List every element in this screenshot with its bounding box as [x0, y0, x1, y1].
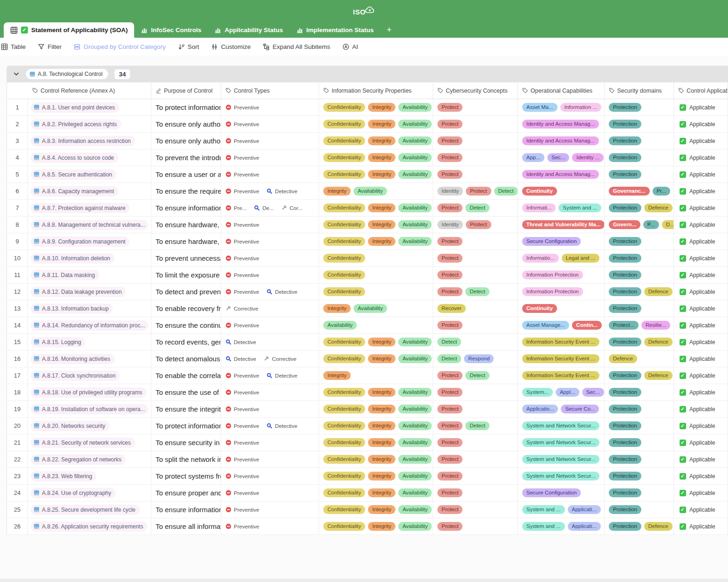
cell-purpose[interactable]: To protect information: [151, 99, 221, 116]
cell-control-reference[interactable]: A.8.3. Information access restriction: [28, 133, 151, 149]
cell-operational-capabilities[interactable]: Identity and Access Manag...: [518, 166, 605, 183]
cell-purpose[interactable]: To enable the correlat: [151, 367, 221, 384]
toolbar-filter[interactable]: Filter: [38, 43, 61, 50]
cell-purpose[interactable]: To ensure the integrity: [151, 401, 221, 418]
cell-cybersecurity-concepts[interactable]: Protect: [433, 451, 518, 468]
column-header-control-types[interactable]: Control Types: [221, 82, 319, 99]
cell-operational-capabilities[interactable]: Continuity: [518, 300, 605, 317]
cell-purpose[interactable]: To ensure the continu: [151, 317, 221, 334]
cell-control-applicability[interactable]: Applicable: [674, 250, 728, 267]
record-chip[interactable]: A.8.21. Security of network services: [31, 438, 135, 448]
cell-control-reference[interactable]: A.8.9. Configuration management: [28, 233, 151, 250]
cell-infosec-properties[interactable]: Integrity: [319, 367, 433, 384]
cell-purpose[interactable]: To detect anomalous: [151, 351, 221, 367]
cell-control-applicability[interactable]: Applicable: [674, 434, 728, 451]
cell-control-reference[interactable]: A.8.11. Data masking: [28, 267, 151, 284]
column-header-information-security-properties[interactable]: Information Security Properties: [319, 82, 433, 99]
cell-cybersecurity-concepts[interactable]: Protect: [433, 149, 518, 166]
record-chip[interactable]: A.8.6. Capacity management: [31, 186, 118, 196]
toolbar-expand-all-subitems[interactable]: Expand All Subitems: [263, 43, 330, 50]
cell-cybersecurity-concepts[interactable]: Protect: [433, 468, 518, 485]
cell-cybersecurity-concepts[interactable]: Protect: [433, 133, 518, 149]
record-chip[interactable]: A.8.15. Logging: [31, 337, 85, 347]
record-chip[interactable]: A.8.22. Segregation of networks: [31, 454, 126, 465]
cell-control-reference[interactable]: A.8.25. Secure development life cycle: [28, 501, 151, 518]
cell-security-domains[interactable]: Protection: [605, 401, 674, 418]
record-chip[interactable]: A.8.11. Data masking: [31, 270, 99, 280]
cell-control-applicability[interactable]: Applicable: [674, 418, 728, 434]
record-chip[interactable]: A.8.14. Redundancy of information proc..…: [31, 320, 148, 331]
record-chip[interactable]: A.8.1. User end point devices: [31, 102, 119, 113]
cell-control-types[interactable]: Preventive: [221, 217, 319, 233]
cell-control-reference[interactable]: A.8.15. Logging: [28, 334, 151, 351]
cell-control-applicability[interactable]: Applicable: [674, 468, 728, 485]
cell-operational-capabilities[interactable]: System and ...Applicati...: [518, 501, 605, 518]
record-chip[interactable]: A.8.16. Monitoring activities: [31, 354, 115, 364]
cell-purpose[interactable]: To enable recovery fro: [151, 300, 221, 317]
cell-control-applicability[interactable]: Applicable: [674, 284, 728, 300]
cell-operational-capabilities[interactable]: Informati...System and ...: [518, 200, 605, 217]
cell-cybersecurity-concepts[interactable]: ProtectDetect: [433, 367, 518, 384]
cell-control-reference[interactable]: A.8.22. Segregation of networks: [28, 451, 151, 468]
cell-cybersecurity-concepts[interactable]: Recover: [433, 300, 518, 317]
cell-purpose[interactable]: To record events, gen: [151, 334, 221, 351]
record-chip[interactable]: A.8.5. Secure authentication: [31, 169, 116, 180]
cell-control-applicability[interactable]: Applicable: [674, 334, 728, 351]
cell-control-applicability[interactable]: Applicable: [674, 166, 728, 183]
toolbar-ai[interactable]: AI: [342, 43, 358, 50]
cell-purpose[interactable]: To split the network ir: [151, 451, 221, 468]
cell-infosec-properties[interactable]: ConfidentialityIntegrityAvailability: [319, 149, 433, 166]
table-row[interactable]: 1A.8.1. User end point devicesTo protect…: [7, 99, 728, 116]
cell-purpose[interactable]: To detect and prevent: [151, 284, 221, 300]
cell-security-domains[interactable]: Protection: [605, 250, 674, 267]
cell-infosec-properties[interactable]: ConfidentialityIntegrityAvailability: [319, 334, 433, 351]
table-row[interactable]: 8A.8.8. Management of technical vulnera.…: [7, 217, 728, 233]
cell-purpose[interactable]: To prevent the introdu: [151, 149, 221, 166]
cell-control-types[interactable]: Preventive: [221, 99, 319, 116]
cell-security-domains[interactable]: Protection: [605, 434, 674, 451]
cell-infosec-properties[interactable]: ConfidentialityIntegrityAvailability: [319, 501, 433, 518]
cell-control-reference[interactable]: A.8.18. Use of privileged utility progra…: [28, 384, 151, 401]
cell-cybersecurity-concepts[interactable]: Protect: [433, 501, 518, 518]
cell-control-applicability[interactable]: Applicable: [674, 351, 728, 367]
cell-operational-capabilities[interactable]: Identity and Access Manag...: [518, 116, 605, 133]
cell-operational-capabilities[interactable]: Asset Ma...Information ...: [518, 99, 605, 116]
toolbar-sort[interactable]: Sort: [178, 43, 199, 50]
cell-security-domains[interactable]: Govern...P...D...: [605, 217, 674, 233]
toolbar-customize[interactable]: Customize: [211, 43, 251, 50]
cell-purpose[interactable]: To ensure hardware, s: [151, 217, 221, 233]
cell-control-applicability[interactable]: Applicable: [674, 367, 728, 384]
record-chip[interactable]: A.8.13. Information backup: [31, 304, 113, 314]
table-row[interactable]: 16A.8.16. Monitoring activitiesTo detect…: [7, 351, 728, 367]
table-row[interactable]: 11A.8.11. Data maskingTo limit the expos…: [7, 267, 728, 284]
table-row[interactable]: 3A.8.3. Information access restrictionTo…: [7, 133, 728, 149]
cell-operational-capabilities[interactable]: Applicatio...Secure Co...: [518, 401, 605, 418]
cell-operational-capabilities[interactable]: Secure Configuration: [518, 233, 605, 250]
cell-control-reference[interactable]: A.8.12. Data leakage prevention: [28, 284, 151, 300]
cell-infosec-properties[interactable]: ConfidentialityIntegrityAvailability: [319, 468, 433, 485]
toolbar-grouped-by-control-category[interactable]: Grouped by Control Category: [74, 43, 165, 50]
record-chip[interactable]: A.8.20. Networks security: [31, 421, 109, 431]
cell-operational-capabilities[interactable]: System and Network Secur...: [518, 418, 605, 434]
add-view-button[interactable]: +: [380, 25, 398, 38]
cell-control-reference[interactable]: A.8.5. Secure authentication: [28, 166, 151, 183]
table-row[interactable]: 22A.8.22. Segregation of networksTo spli…: [7, 451, 728, 468]
cell-control-reference[interactable]: A.8.8. Management of technical vulnera..…: [28, 217, 151, 233]
cell-security-domains[interactable]: Protection: [605, 485, 674, 501]
record-chip[interactable]: A.8.18. Use of privileged utility progra…: [31, 387, 146, 398]
cell-control-types[interactable]: Preventive: [221, 384, 319, 401]
cell-infosec-properties[interactable]: ConfidentialityIntegrityAvailability: [319, 518, 433, 535]
record-chip[interactable]: A.8.24. Use of cryptography: [31, 488, 116, 498]
cell-cybersecurity-concepts[interactable]: Protect: [433, 485, 518, 501]
cell-cybersecurity-concepts[interactable]: Protect: [433, 434, 518, 451]
cell-infosec-properties[interactable]: ConfidentialityIntegrityAvailability: [319, 166, 433, 183]
cell-control-applicability[interactable]: Applicable: [674, 518, 728, 535]
cell-security-domains[interactable]: Protection: [605, 233, 674, 250]
cell-control-reference[interactable]: A.8.17. Clock synchronisation: [28, 367, 151, 384]
cell-infosec-properties[interactable]: ConfidentialityIntegrityAvailability: [319, 116, 433, 133]
cell-control-reference[interactable]: A.8.14. Redundancy of information proc..…: [28, 317, 151, 334]
cell-control-types[interactable]: Preventive: [221, 233, 319, 250]
group-header[interactable]: A.8. Technological Control 34: [7, 66, 728, 82]
cell-cybersecurity-concepts[interactable]: IdentityProtectDetect: [433, 183, 518, 200]
cell-infosec-properties[interactable]: ConfidentialityIntegrityAvailability: [319, 133, 433, 149]
